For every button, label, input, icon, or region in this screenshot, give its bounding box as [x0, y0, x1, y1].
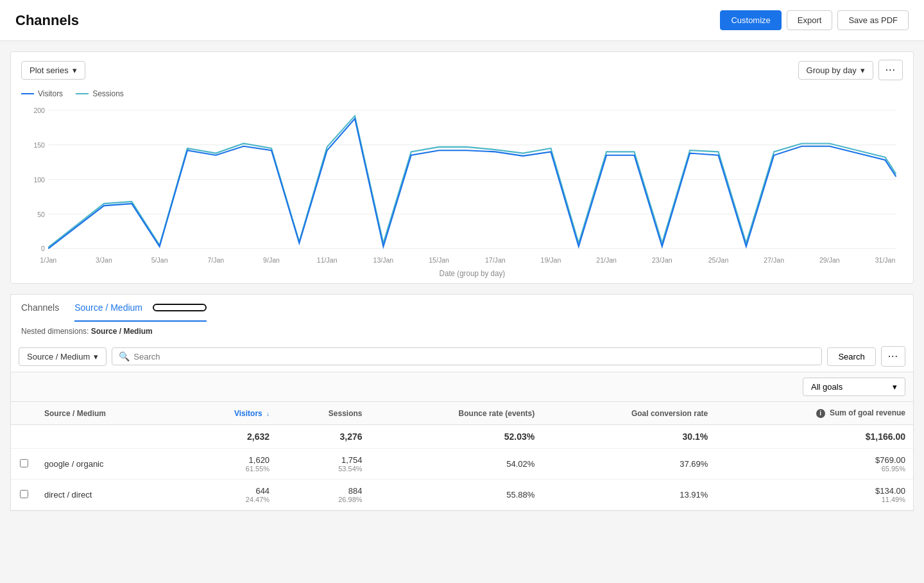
svg-text:11/Jan: 11/Jan [317, 256, 338, 264]
table-row: google / organic 1,620 61.55% 1,754 53.5… [11, 449, 913, 480]
dimension-dropdown[interactable]: Source / Medium ▾ [19, 347, 107, 366]
sort-arrow: ↓ [266, 410, 270, 417]
svg-text:3/Jan: 3/Jan [96, 256, 112, 264]
tab-source-medium[interactable]: Source / Medium [74, 295, 207, 322]
search-wrapper: 🔍 [112, 347, 822, 365]
row-source: direct / direct [37, 480, 182, 510]
chart-toolbar-right: Group by day ▾ ··· [798, 60, 903, 80]
row-goal-rev: $134.00 11.49% [715, 480, 913, 510]
nested-dimensions: Nested dimensions: Source / Medium [10, 322, 914, 341]
plot-series-label: Plot series [30, 65, 69, 75]
svg-text:150: 150 [33, 141, 45, 149]
line-chart: 200 150 100 50 0 1/Jan 3/Jan 5/Jan 7/Jan… [21, 103, 903, 283]
table-more-button[interactable]: ··· [881, 346, 905, 367]
svg-text:9/Jan: 9/Jan [263, 256, 280, 264]
save-as-pdf-button[interactable]: Save as PDF [837, 10, 909, 30]
svg-text:29/Jan: 29/Jan [819, 256, 840, 264]
col-visitors-header[interactable]: Visitors ↓ [182, 402, 277, 425]
total-visitors: 2,632 [182, 425, 277, 449]
plot-series-dropdown[interactable]: Plot series ▾ [21, 61, 85, 80]
svg-text:15/Jan: 15/Jan [429, 256, 449, 264]
row-sessions: 1,754 53.54% [277, 449, 370, 480]
svg-text:50: 50 [37, 211, 45, 218]
row-visitors: 1,620 61.55% [182, 449, 277, 480]
chart-toolbar: Plot series ▾ Group by day ▾ ··· [21, 60, 903, 80]
legend-visitors-line [21, 93, 34, 94]
tab-channels[interactable]: Channels [21, 295, 59, 322]
svg-text:31/Jan: 31/Jan [875, 256, 896, 264]
svg-text:100: 100 [33, 176, 45, 184]
table-header-row: Source / Medium Visitors ↓ Sessions Boun… [11, 402, 913, 425]
svg-text:27/Jan: 27/Jan [764, 256, 784, 264]
dimension-chevron: ▾ [94, 352, 98, 361]
search-icon: 🔍 [119, 351, 130, 361]
col-sessions-header: Sessions [277, 402, 370, 425]
col-source-header: Source / Medium [37, 402, 182, 425]
goals-dropdown[interactable]: All goals ▾ [803, 378, 905, 396]
search-button[interactable]: Search [827, 347, 875, 366]
svg-text:21/Jan: 21/Jan [596, 256, 617, 264]
legend-visitors: Visitors [21, 89, 63, 98]
chart-more-button[interactable]: ··· [878, 60, 903, 80]
legend-sessions: Sessions [76, 89, 124, 98]
svg-text:Date (group by day): Date (group by day) [440, 269, 506, 277]
svg-text:0: 0 [41, 245, 45, 252]
col-goal-conv-header: Goal conversion rate [542, 402, 715, 425]
svg-text:13/Jan: 13/Jan [373, 256, 394, 264]
row-bounce: 54.02% [370, 449, 543, 480]
goals-chevron: ▾ [893, 382, 897, 392]
svg-text:23/Jan: 23/Jan [652, 256, 672, 264]
total-sessions: 3,276 [277, 425, 370, 449]
row-sessions: 884 26.98% [277, 480, 370, 510]
col-goal-rev-header: i Sum of goal revenue [715, 402, 913, 425]
page-header: Channels Customize Export Save as PDF [0, 0, 924, 41]
svg-text:19/Jan: 19/Jan [541, 256, 561, 264]
export-button[interactable]: Export [787, 10, 833, 30]
total-row: 2,632 3,276 52.03% 30.1% $1,166.00 [11, 425, 913, 449]
group-by-dropdown[interactable]: Group by day ▾ [798, 61, 873, 80]
search-input[interactable] [133, 352, 815, 361]
legend-sessions-line [76, 93, 89, 94]
page-title: Channels [15, 12, 79, 29]
total-goal-conv: 30.1% [542, 425, 715, 449]
row-goal-conv: 13.91% [542, 480, 715, 510]
data-table: Source / Medium Visitors ↓ Sessions Boun… [11, 402, 913, 510]
table-section: Source / Medium ▾ 🔍 Search ··· All goals… [10, 341, 914, 511]
table-toolbar: Source / Medium ▾ 🔍 Search ··· [11, 341, 913, 372]
row-bounce: 55.88% [370, 480, 543, 510]
col-bounce-header: Bounce rate (events) [370, 402, 543, 425]
plot-series-chevron: ▾ [73, 65, 77, 75]
header-actions: Customize Export Save as PDF [720, 10, 909, 30]
svg-text:17/Jan: 17/Jan [485, 256, 506, 264]
customize-button[interactable]: Customize [720, 10, 781, 30]
chart-legend: Visitors Sessions [21, 87, 903, 103]
svg-text:200: 200 [33, 107, 45, 114]
legend-visitors-label: Visitors [38, 89, 63, 98]
svg-text:1/Jan: 1/Jan [40, 256, 56, 264]
total-goal-rev: $1,166.00 [715, 425, 913, 449]
row-goal-rev: $769.00 65.95% [715, 449, 913, 480]
row-goal-conv: 37.69% [542, 449, 715, 480]
legend-sessions-label: Sessions [92, 89, 124, 98]
chart-section: Plot series ▾ Group by day ▾ ··· Visitor… [10, 51, 914, 284]
row-checkbox[interactable] [20, 459, 28, 467]
goals-toolbar: All goals ▾ [11, 372, 913, 402]
group-by-chevron: ▾ [860, 65, 865, 75]
row-visitors: 644 24.47% [182, 480, 277, 510]
chart-container: 200 150 100 50 0 1/Jan 3/Jan 5/Jan 7/Jan… [21, 103, 903, 283]
table-row: direct / direct 644 24.47% 884 26.98% 55… [11, 480, 913, 510]
row-source: google / organic [37, 449, 182, 480]
col-check-header [11, 402, 37, 425]
tabs-bar: Channels Source / Medium [11, 295, 913, 322]
total-bounce: 52.03% [370, 425, 543, 449]
svg-text:5/Jan: 5/Jan [151, 256, 168, 264]
tab-annotation [153, 304, 207, 311]
row-checkbox[interactable] [20, 490, 28, 498]
svg-text:7/Jan: 7/Jan [207, 256, 224, 264]
group-by-label: Group by day [807, 65, 857, 75]
svg-text:25/Jan: 25/Jan [708, 256, 729, 264]
info-icon: i [816, 409, 825, 418]
